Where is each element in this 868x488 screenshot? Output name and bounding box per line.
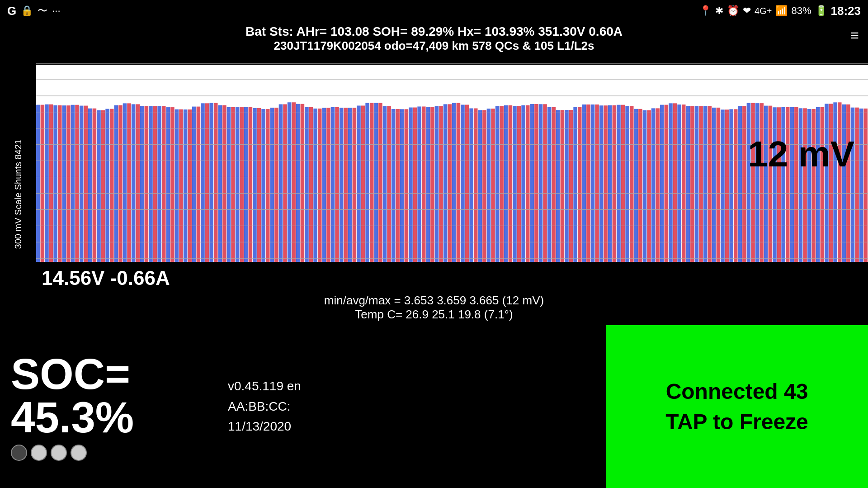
status-right-icons: 📍 ✱ ⏰ ❤ 4G+ 📶 83% 🔋 18:23: [699, 4, 861, 18]
menu-icon[interactable]: ≡: [850, 27, 859, 44]
g-icon: G: [7, 4, 16, 18]
bottom-bar: SOC= 45.3% v0.45.119 en AA:BB:CC: 11/13/…: [0, 325, 868, 488]
signal-icon: 〜: [38, 4, 47, 18]
connected-button[interactable]: Connected 43 TAP to Freeze: [606, 325, 868, 488]
bluetooth-icon: ✱: [715, 5, 723, 17]
heart-icon: ❤: [743, 5, 751, 17]
alarm-icon: ⏰: [727, 5, 739, 17]
soc-section: SOC= 45.3%: [0, 325, 217, 488]
location-icon: 📍: [699, 5, 712, 17]
version-section: v0.45.119 en AA:BB:CC: 11/13/2020: [217, 325, 606, 488]
more-icon: ···: [52, 5, 60, 17]
device-id: AA:BB:CC:: [228, 397, 595, 417]
status-left-icons: G 🔒 〜 ···: [7, 4, 61, 18]
lock-icon: 🔒: [21, 5, 33, 17]
temp-display: Temp C= 26.9 25.1 19.8 (7.1°): [9, 308, 859, 322]
y-axis-text: 300 mV Scale Shunts 8421: [12, 139, 24, 249]
header-info: Bat Sts: AHr= 103.08 SOH= 89.29% Hx= 103…: [0, 22, 868, 56]
soc-value: SOC= 45.3%: [11, 352, 206, 439]
soc-dots: [11, 445, 206, 461]
soc-dot-1: [11, 445, 27, 461]
battery-percent: 83%: [791, 5, 811, 17]
date-text: 11/13/2020: [228, 417, 595, 437]
status-bar: G 🔒 〜 ··· 📍 ✱ ⏰ ❤ 4G+ 📶 83% 🔋 18:23: [0, 0, 868, 22]
version-text: v0.45.119 en: [228, 376, 595, 397]
y-axis-label: 300 mV Scale Shunts 8421: [0, 63, 36, 325]
clock: 18:23: [831, 4, 861, 18]
soc-dot-2: [31, 445, 47, 461]
min-avg-max: min/avg/max = 3.653 3.659 3.665 (12 mV): [9, 294, 859, 308]
soc-dot-4: [71, 445, 87, 461]
connected-line2: TAP to Freeze: [665, 407, 808, 437]
battery-status-line2: 230JT1179K002054 odo=47,409 km 578 QCs &…: [0, 39, 868, 53]
battery-status-line1: Bat Sts: AHr= 103.08 SOH= 89.29% Hx= 103…: [0, 24, 868, 39]
battery-icon: 🔋: [815, 5, 827, 17]
network-type: 4G+: [755, 6, 772, 16]
signal-bars: 📶: [775, 5, 788, 17]
connected-line1: Connected 43: [666, 376, 808, 407]
mv-label: 12 mV: [748, 133, 854, 175]
soc-dot-3: [51, 445, 67, 461]
stats-area: 💡 14.56V -0.66A min/avg/max = 3.653 3.65…: [0, 262, 868, 325]
voltage-current-display: 14.56V -0.66A: [42, 267, 170, 289]
